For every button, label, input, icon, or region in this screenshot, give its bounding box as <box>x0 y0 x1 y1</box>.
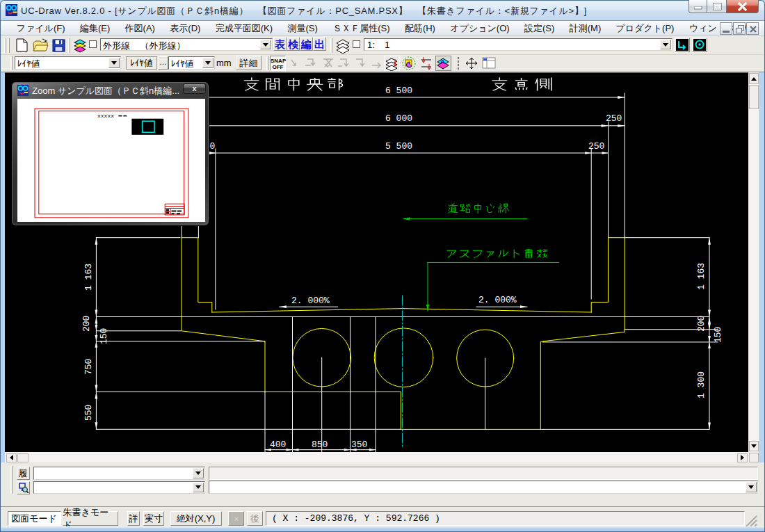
svg-text:1 163: 1 163 <box>696 263 707 290</box>
svg-text:550: 550 <box>83 405 94 421</box>
svg-text:5 500: 5 500 <box>385 141 412 152</box>
svg-text:A: A <box>440 58 445 65</box>
svg-text:400: 400 <box>270 440 286 450</box>
svg-text:xxxxx: xxxxx <box>97 113 114 119</box>
svg-text:750: 750 <box>83 359 94 375</box>
svg-text:150: 150 <box>99 328 109 344</box>
svg-text:250: 250 <box>588 141 604 152</box>
svg-text:250: 250 <box>606 113 622 124</box>
svg-text:6 500: 6 500 <box>385 86 412 96</box>
svg-text:150: 150 <box>713 327 723 343</box>
svg-text:1 300: 1 300 <box>696 371 707 398</box>
svg-text:200: 200 <box>696 316 707 332</box>
svg-text:850: 850 <box>312 440 328 450</box>
svg-text:2. 000%: 2. 000% <box>291 296 330 306</box>
svg-text:2. 000%: 2. 000% <box>478 295 517 305</box>
svg-text:6 000: 6 000 <box>385 113 412 124</box>
svg-text:1 163: 1 163 <box>83 264 94 291</box>
svg-text:350: 350 <box>351 440 367 450</box>
svg-text:200: 200 <box>81 316 92 332</box>
